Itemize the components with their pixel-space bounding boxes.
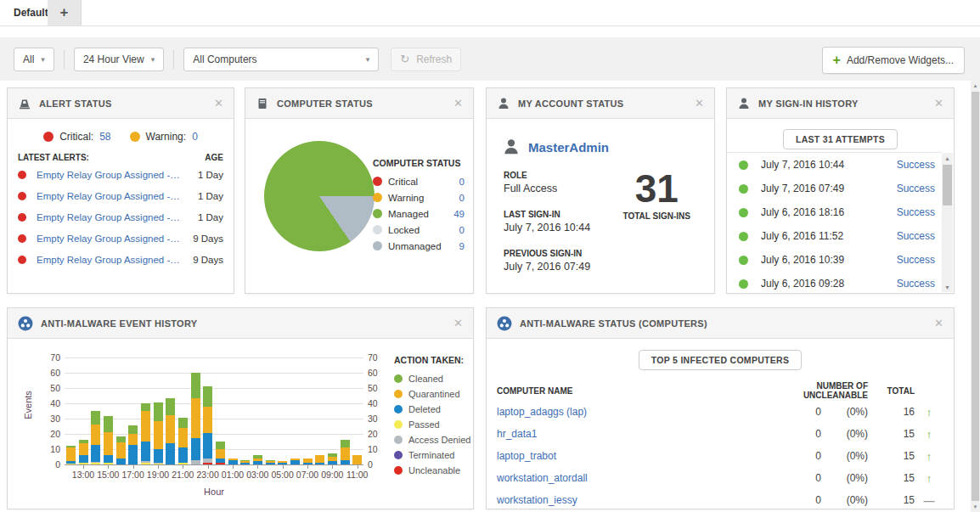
success-dot	[739, 208, 748, 217]
bar-23:00[interactable]	[203, 386, 212, 464]
legend-dot	[394, 405, 403, 414]
column-uncleanable: NUMBER OF UNCLEANABLE	[787, 381, 868, 400]
bar-05:00[interactable]	[278, 461, 287, 464]
legend-value-link[interactable]: 0	[459, 225, 465, 235]
page-scrollbar[interactable]: ▲ ▼	[971, 81, 980, 512]
bar-07:00[interactable]	[303, 459, 313, 464]
computer-name-link[interactable]: workstation_atordall	[497, 472, 787, 484]
computer-status-pie[interactable]	[264, 141, 375, 251]
legend-value-link[interactable]: 0	[459, 193, 465, 203]
bar-12:00[interactable]	[66, 446, 76, 464]
bar-17:00[interactable]	[128, 425, 138, 464]
close-icon[interactable]: ✕	[214, 98, 223, 109]
signin-row: July 6, 2016 18:16Success	[727, 200, 942, 224]
alert-link[interactable]: Empty Relay Group Assigned - CA...	[37, 212, 181, 222]
legend-label: Terminated	[408, 450, 454, 460]
bar-16:00[interactable]	[116, 436, 126, 464]
add-tab-button[interactable]: +	[48, 0, 82, 25]
bar-04:00[interactable]	[266, 460, 275, 464]
bar-13:00[interactable]	[79, 440, 88, 464]
close-icon[interactable]: ✕	[934, 98, 943, 109]
bar-00:00[interactable]	[216, 442, 225, 464]
bar-03:00[interactable]	[253, 455, 262, 464]
bar-22:00[interactable]	[191, 373, 200, 464]
computer-status-legend-rows: Critical0Warning0Managed49Locked0Unmanag…	[373, 173, 465, 254]
legend-value-link[interactable]: 9	[459, 241, 465, 251]
signin-date: July 6, 2016 09:28	[761, 278, 876, 290]
trend-up-icon: ↑	[915, 406, 943, 419]
computer-name-link[interactable]: hr_data1	[497, 428, 787, 440]
legend-value-link[interactable]: 0	[459, 177, 465, 187]
signin-row: July 6, 2016 09:28Success	[727, 272, 942, 293]
last-attempts-button[interactable]: LAST 31 ATTEMPTS	[783, 129, 898, 149]
bar-09:00[interactable]	[328, 453, 337, 464]
view-dropdown[interactable]: 24 Hour View ▾	[74, 48, 164, 71]
top5-infected-button[interactable]: TOP 5 INFECTED COMPUTERS	[639, 350, 803, 370]
close-icon[interactable]: ✕	[934, 318, 943, 329]
legend-dot	[373, 225, 382, 234]
bar-19:00[interactable]	[154, 402, 163, 464]
warning-count-link[interactable]: 0	[192, 131, 198, 143]
bar-18:00[interactable]	[141, 403, 150, 464]
bar-08:00[interactable]	[315, 455, 324, 464]
scroll-down-icon[interactable]: ▼	[971, 502, 980, 512]
signin-result-link[interactable]: Success	[876, 159, 942, 171]
bar-segment	[104, 463, 113, 464]
refresh-button-label: Refresh	[416, 53, 452, 65]
toolbar-divider	[64, 50, 65, 69]
computer-name-link[interactable]: laptop_trabot	[497, 450, 787, 462]
scroll-down-icon[interactable]: ▼	[942, 282, 953, 292]
y-tick-label: 40	[368, 398, 390, 408]
bar-01:00[interactable]	[228, 459, 238, 464]
bar-11:00[interactable]	[352, 455, 362, 464]
scrollbar-thumb[interactable]	[943, 165, 952, 205]
role-label: ROLE	[504, 171, 557, 180]
close-icon[interactable]: ✕	[453, 318, 463, 329]
previous-signin-block: PREVIOUS SIGN-IN July 7, 2016 07:49	[504, 249, 590, 273]
critical-dot	[18, 256, 26, 264]
username-link[interactable]: MasterAdmin	[528, 140, 609, 155]
role-block: ROLE Full Access	[504, 171, 557, 194]
alert-link[interactable]: Empty Relay Group Assigned - CA...	[37, 191, 181, 201]
signin-result-link[interactable]: Success	[876, 230, 942, 242]
computer-name-link[interactable]: workstation_iessy	[497, 494, 787, 506]
alert-link[interactable]: Empty Relay Group Assigned - dir...	[37, 233, 181, 244]
signin-result-link[interactable]: Success	[876, 278, 942, 290]
signin-list-scrollbar[interactable]: ▲ ▼	[942, 153, 953, 292]
alert-link[interactable]: Empty Relay Group Assigned - 19...	[37, 170, 181, 180]
signin-result-link[interactable]: Success	[876, 254, 942, 266]
bar-15:00[interactable]	[104, 416, 113, 464]
close-icon[interactable]: ✕	[695, 98, 704, 109]
bar-segment	[216, 449, 225, 459]
bar-segment	[141, 442, 150, 461]
scroll-up-icon[interactable]: ▲	[971, 81, 980, 91]
signin-result-link[interactable]: Success	[876, 206, 942, 218]
legend-value-link[interactable]: 49	[453, 209, 465, 219]
x-tick-label: 11:00	[343, 470, 372, 480]
x-tick	[257, 465, 262, 469]
critical-count-link[interactable]: 58	[99, 131, 110, 143]
bar-14:00[interactable]	[91, 411, 100, 464]
add-remove-widgets-button[interactable]: + Add/Remove Widgets...	[822, 47, 965, 74]
bar-06:00[interactable]	[290, 459, 300, 464]
widget-title: MY ACCOUNT STATUS	[518, 98, 623, 109]
legend-row: Access Denied	[394, 432, 470, 447]
alert-link[interactable]: Empty Relay Group Assigned - dir...	[37, 255, 181, 265]
critical-dot	[43, 132, 54, 142]
close-icon[interactable]: ✕	[453, 98, 463, 109]
bar-02:00[interactable]	[240, 460, 250, 464]
computer-name-link[interactable]: laptop_adaggs (lap)	[497, 406, 787, 418]
bar-segment	[166, 415, 175, 442]
signin-result-link[interactable]: Success	[876, 183, 942, 194]
scroll-up-icon[interactable]: ▲	[942, 153, 953, 163]
bar-10:00[interactable]	[341, 440, 350, 464]
refresh-button[interactable]: ↻ Refresh	[391, 48, 461, 71]
filter-dropdown[interactable]: All ▾	[14, 48, 54, 71]
x-tick	[83, 465, 87, 469]
bar-segment	[228, 460, 238, 464]
bar-21:00[interactable]	[178, 418, 188, 464]
bar-20:00[interactable]	[166, 398, 175, 464]
bar-segment	[91, 463, 100, 464]
scrollbar-thumb[interactable]	[972, 92, 979, 501]
scope-select[interactable]: All Computers ▾	[183, 48, 379, 71]
